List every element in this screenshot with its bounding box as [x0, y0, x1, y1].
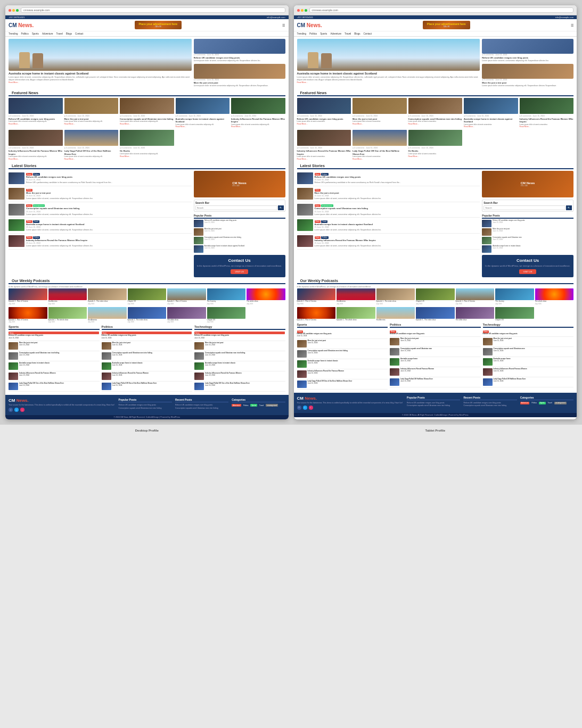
- nav-politics-r[interactable]: Politics: [309, 32, 317, 35]
- cat-tag-travel[interactable]: Travel: [258, 404, 265, 407]
- cat-tag-sports-r[interactable]: Sports: [539, 402, 546, 404]
- instagram-icon[interactable]: i: [20, 408, 24, 412]
- search-input-r[interactable]: [483, 205, 565, 210]
- twitter-icon[interactable]: t: [14, 408, 19, 412]
- story-thumb-1: [9, 172, 24, 184]
- nav-adventure[interactable]: Adventure: [42, 32, 53, 35]
- featured-grid: ● 4 comments June 15, 2024 Reform UK can…: [5, 98, 289, 128]
- instagram-icon-r[interactable]: i: [309, 406, 313, 410]
- visit-us-button-r[interactable]: VISIT US: [519, 269, 537, 274]
- hero-read-more[interactable]: Read More...: [9, 81, 192, 84]
- maximize-dot[interactable]: [16, 9, 19, 12]
- nav-sports-r[interactable]: Sports: [320, 32, 327, 35]
- footer-recent-1[interactable]: Reform UK candidate resigns over blog po…: [175, 404, 228, 406]
- card-img-3: [120, 98, 174, 114]
- nav-contact[interactable]: Contact: [75, 32, 84, 35]
- facebook-icon-r[interactable]: f: [297, 406, 301, 410]
- search-button-r[interactable]: 🔍: [566, 205, 572, 210]
- podcast-r10: Sea America: [376, 307, 415, 321]
- cat-tag-uncategorized-r[interactable]: uncategorized: [554, 402, 567, 404]
- hero-title: Australia scrape home in instant classic…: [9, 72, 192, 76]
- nav-trending-r[interactable]: Trending: [297, 32, 307, 35]
- maximize-dot-r[interactable]: [305, 9, 307, 12]
- url-bar-right[interactable]: cmnews.example.com: [309, 7, 574, 13]
- minimize-dot-r[interactable]: [301, 9, 304, 12]
- nav-sports[interactable]: Sports: [32, 32, 39, 35]
- hero-read-more-r[interactable]: Read More...: [297, 81, 480, 84]
- footer-categories: Categories Adventure Politics Sports Tra…: [232, 398, 285, 412]
- footer-popular-r2[interactable]: Conscription squads send Ukrainian men i…: [407, 404, 460, 407]
- facebook-icon[interactable]: f: [9, 408, 13, 412]
- visit-us-button[interactable]: VISIT US: [231, 269, 248, 274]
- footer-copyright: © 2024 CM News. All Right Reserved. Craf…: [5, 415, 289, 419]
- cat-tag-sports[interactable]: Sports: [250, 404, 257, 407]
- side-image-2r: [482, 64, 573, 79]
- footer-categories-r: Categories Adventure Politics Sports Tra…: [520, 396, 573, 410]
- nav-bar-r: Trending Politics Sports Adventure Trave…: [294, 31, 577, 37]
- politics-item-1: News Reform UK candidate resigns over bl…: [102, 332, 193, 341]
- podcast-12: The white show July XXX: [167, 307, 206, 324]
- url-bar-left[interactable]: cmnews.example.com: [21, 7, 285, 13]
- social-icons: f t i: [9, 408, 116, 412]
- nav-bar: Trending Politics Sports Adventure Trave…: [5, 31, 289, 37]
- email-address-r: info@example.com: [555, 16, 573, 19]
- minimize-dot[interactable]: [12, 9, 15, 12]
- cat-tag-politics[interactable]: Politics: [242, 404, 250, 407]
- menu-icon-r[interactable]: ☰: [571, 23, 573, 27]
- close-dot[interactable]: [9, 9, 11, 12]
- nav-trending[interactable]: Trending: [9, 32, 18, 35]
- podcast-3: Episode 1 - The entire show July XXX: [88, 288, 127, 305]
- footer-popular-r1[interactable]: Reform UK candidate resigns over blog po…: [407, 402, 460, 404]
- nav-travel[interactable]: Travel: [56, 32, 62, 35]
- nav-adventure-r[interactable]: Adventure: [330, 32, 341, 35]
- latest-header-r: Latest Stories: [297, 162, 574, 169]
- story-tag-5b: Politics: [33, 236, 40, 239]
- footer-popular-2[interactable]: Conscription squads send Ukrainian men i…: [119, 407, 172, 409]
- phone-number: +917-987654321: [9, 16, 24, 19]
- window-controls: [9, 9, 19, 12]
- cat-tag-politics-r[interactable]: Politics: [530, 402, 538, 404]
- footer-popular-1[interactable]: Reform UK candidate resigns over blog po…: [119, 404, 172, 406]
- desktop-label: Desktop Profile: [5, 427, 289, 434]
- podcast-10: Sea America July XXX: [88, 307, 127, 324]
- search-input[interactable]: [195, 205, 277, 210]
- nav-blogs-r[interactable]: Blogs: [354, 32, 360, 35]
- twitter-icon-r[interactable]: t: [303, 406, 307, 410]
- nav-politics[interactable]: Politics: [21, 32, 29, 35]
- stories-list-r: NewsPolitics Reform UK candidate resigns…: [297, 171, 480, 278]
- cat-tag-uncategorized[interactable]: uncategorized: [266, 404, 278, 407]
- menu-icon[interactable]: ☰: [282, 23, 285, 27]
- footer-recent-r1[interactable]: Reform UK candidate resigns over blog po…: [463, 402, 517, 404]
- close-dot-r[interactable]: [297, 9, 300, 12]
- featured-card-6: ● 4 comments June 15, 2024 Industry Infl…: [9, 130, 63, 160]
- contact-title-r: Contact Us: [485, 258, 570, 263]
- tech-item-6: Lady Gaga Pulled Off One of the Best Hal…: [194, 383, 285, 392]
- cat-tag-travel-r[interactable]: Travel: [547, 402, 553, 404]
- search-button[interactable]: 🔍: [278, 205, 284, 210]
- tech-item-3: Conscription squads send Ukrainian men i…: [194, 352, 285, 361]
- browser-chrome-right: cmnews.example.com: [294, 5, 577, 15]
- cat-tag-adventure-r[interactable]: Adventure: [520, 402, 530, 404]
- site-logo[interactable]: CM News.: [9, 22, 34, 28]
- ad-banner-header: Place your advertisement here 728 x 90: [135, 21, 182, 29]
- r-card-1: ● 4 comments June 15, 2024 Reform UK can…: [297, 98, 351, 128]
- featured-card-7: ● 4 comments June 15, 2024 Lady Gaga Pul…: [64, 130, 119, 160]
- cat-tag-adventure[interactable]: Adventure: [232, 404, 241, 407]
- side-text-2: Lorem ipsum dolor sit amet consectetur a…: [194, 85, 285, 87]
- nav-travel-r[interactable]: Travel: [345, 32, 351, 35]
- nav-blogs[interactable]: Blogs: [66, 32, 72, 35]
- contact-text: In the dynamic world of WordPress, we em…: [197, 264, 282, 268]
- site-logo-r[interactable]: CM News.: [297, 22, 322, 28]
- podcasts-grid-r2: Episode 1 - Rise of Cinema Episode 1 - T…: [294, 307, 577, 321]
- story-r-5: NewsPolitics Industry Influencers Reveal…: [297, 234, 480, 250]
- popular-item-2: More the just a test postJune 15, 2024: [194, 228, 285, 236]
- sports-item-2: More the just a test postJune 15, 2024: [9, 342, 100, 351]
- sidebar-widget: CM News 375 x 330 Search Bar 🔍 Popular P…: [194, 171, 285, 278]
- story-thumb-4: [9, 219, 24, 231]
- side-text-1: Lorem ipsum dolor sit amet, consectetur …: [194, 60, 285, 62]
- featured-card-4: ● 4 comments June 15, 2024 Australia scr…: [176, 98, 230, 128]
- nav-contact-r[interactable]: Contact: [364, 32, 372, 35]
- footer-recent-2[interactable]: Conscription squads send Ukrainian men i…: [175, 407, 228, 409]
- featured-card-5: ● 4 comments June 15, 2024 Industry Infl…: [231, 98, 285, 128]
- footer-recent-r2[interactable]: Conscription squads send Ukrainian men i…: [463, 404, 517, 407]
